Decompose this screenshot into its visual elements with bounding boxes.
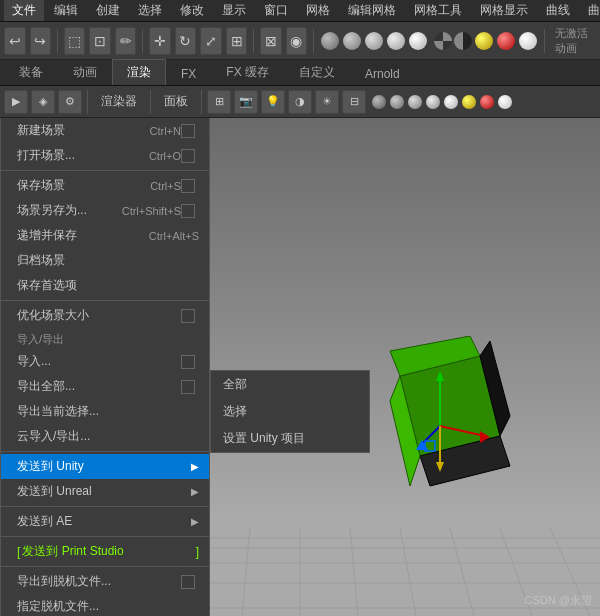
yellow-circle — [475, 32, 493, 50]
menu-surface[interactable]: 曲面 — [580, 0, 600, 21]
sphere-row — [320, 32, 428, 50]
unity-settings[interactable]: 设置 Unity 项目 — [211, 425, 369, 452]
tab-arnold[interactable]: Arnold — [350, 62, 415, 85]
tab-custom[interactable]: 自定义 — [284, 59, 350, 85]
menu-assign-offline[interactable]: 指定脱机文件... — [1, 594, 209, 616]
menu-select[interactable]: 选择 — [130, 0, 170, 21]
menu-send-to-ae[interactable]: 发送到 AE ▶ — [1, 509, 209, 534]
menu-save-as[interactable]: 场景另存为... Ctrl+Shift+S — [1, 198, 209, 223]
scale-tool[interactable]: ⤢ — [200, 27, 222, 55]
tab-fx-cache[interactable]: FX 缓存 — [211, 59, 284, 85]
unity-submenu[interactable]: 全部 选择 设置 Unity 项目 — [210, 370, 370, 453]
menu-edit-mesh[interactable]: 编辑网格 — [340, 0, 404, 21]
menu-export-offline[interactable]: 导出到脱机文件... — [1, 569, 209, 594]
toolbar-separator-3 — [253, 29, 254, 53]
ipr-icon[interactable]: ◈ — [31, 90, 55, 114]
sc2 — [390, 95, 404, 109]
optimize-check — [181, 309, 195, 323]
menu-increment-save[interactable]: 递增并保存 Ctrl+Alt+S — [1, 223, 209, 248]
panel-icon[interactable]: ⊟ — [342, 90, 366, 114]
menu-export-selection[interactable]: 导出当前选择... — [1, 399, 209, 424]
sc4 — [426, 95, 440, 109]
tab-render[interactable]: 渲染 — [112, 59, 166, 85]
toolbar-separator-1 — [57, 29, 58, 53]
menu-export-all[interactable]: 导出全部... — [1, 374, 209, 399]
3d-object-svg — [340, 336, 540, 536]
export-all-check — [181, 380, 195, 394]
menu-send-to-unreal[interactable]: 发送到 Unreal ▶ — [1, 479, 209, 504]
sc8 — [498, 95, 512, 109]
snap-tool[interactable]: ⊠ — [260, 27, 282, 55]
lasso-tool[interactable]: ⊡ — [89, 27, 111, 55]
menu-send-to-print-studio[interactable]: [ 发送到 Print Studio ] — [1, 539, 209, 564]
small-circles — [371, 95, 513, 109]
tab-animation[interactable]: 动画 — [58, 59, 112, 85]
sc7 — [480, 95, 494, 109]
sc6 — [462, 95, 476, 109]
paint-select[interactable]: ✏ — [115, 27, 137, 55]
shading-icon[interactable]: ◑ — [288, 90, 312, 114]
sphere-1 — [321, 32, 339, 50]
unity-all[interactable]: 全部 — [211, 371, 369, 398]
menu-create[interactable]: 创建 — [88, 0, 128, 21]
toolbar-separator-5 — [544, 29, 545, 53]
menu-edit[interactable]: 编辑 — [46, 0, 86, 21]
render-settings-icon[interactable]: ⚙ — [58, 90, 82, 114]
menu-cloud-import-export[interactable]: 云导入/导出... — [1, 424, 209, 449]
menu-archive-scene[interactable]: 归档场景 — [1, 248, 209, 273]
rotate-tool[interactable]: ↻ — [175, 27, 197, 55]
export-offline-check — [181, 575, 195, 589]
tab-fx[interactable]: FX — [166, 62, 211, 85]
toolbar-separator-4 — [313, 29, 314, 53]
menu-file[interactable]: 文件 — [4, 0, 44, 21]
sep1 — [1, 170, 209, 171]
half-circle — [454, 32, 472, 50]
move-tool[interactable]: ✛ — [149, 27, 171, 55]
new-scene-check — [181, 124, 195, 138]
transform-tool[interactable]: ⊞ — [226, 27, 248, 55]
menu-save-prefs[interactable]: 保存首选项 — [1, 273, 209, 298]
menu-save-scene[interactable]: 保存场景 Ctrl+S — [1, 173, 209, 198]
sc5 — [444, 95, 458, 109]
display-icon[interactable]: ☀ — [315, 90, 339, 114]
menu-display[interactable]: 显示 — [214, 0, 254, 21]
light-icon[interactable]: 💡 — [261, 90, 285, 114]
menu-new-scene[interactable]: 新建场景 Ctrl+N — [1, 118, 209, 143]
sep4 — [1, 506, 209, 507]
unity-selection[interactable]: 选择 — [211, 398, 369, 425]
save-scene-check — [181, 179, 195, 193]
tb2-sep1 — [87, 90, 88, 114]
camera-icon[interactable]: 📷 — [234, 90, 258, 114]
menu-window[interactable]: 窗口 — [256, 0, 296, 21]
sep3 — [1, 451, 209, 452]
render-toolbar: ▶ ◈ ⚙ 渲染器 面板 ⊞ 📷 💡 ◑ ☀ ⊟ — [0, 86, 600, 118]
menu-mesh-display[interactable]: 网格显示 — [472, 0, 536, 21]
menu-open-scene[interactable]: 打开场景... Ctrl+O — [1, 143, 209, 168]
menu-modify[interactable]: 修改 — [172, 0, 212, 21]
checkered-circle — [434, 32, 452, 50]
menu-optimize-scene[interactable]: 优化场景大小 — [1, 303, 209, 328]
soft-select[interactable]: ◉ — [286, 27, 308, 55]
menu-mesh[interactable]: 网格 — [298, 0, 338, 21]
undo-button[interactable]: ↩ — [4, 27, 26, 55]
red-circle — [497, 32, 515, 50]
tb2-sep2 — [150, 90, 151, 114]
white-circle — [519, 32, 537, 50]
svg-line-10 — [450, 528, 480, 616]
select-tool[interactable]: ⬚ — [64, 27, 86, 55]
sphere-2 — [343, 32, 361, 50]
tab-equipment[interactable]: 装备 — [4, 59, 58, 85]
main-content: CSDN @永望 新建场景 Ctrl+N 打开场景... Ctrl+O 保存场景… — [0, 118, 600, 616]
menu-import[interactable]: 导入... — [1, 349, 209, 374]
render-icon[interactable]: ▶ — [4, 90, 28, 114]
file-menu-dropdown[interactable]: 新建场景 Ctrl+N 打开场景... Ctrl+O 保存场景 Ctrl+S 场… — [0, 118, 210, 616]
circle-group — [434, 32, 538, 50]
menu-curves[interactable]: 曲线 — [538, 0, 578, 21]
grid-icon[interactable]: ⊞ — [207, 90, 231, 114]
import-export-header: 导入/导出 — [1, 328, 209, 349]
menu-mesh-tools[interactable]: 网格工具 — [406, 0, 470, 21]
sphere-4 — [387, 32, 405, 50]
redo-button[interactable]: ↪ — [30, 27, 52, 55]
sep6 — [1, 566, 209, 567]
menu-send-to-unity[interactable]: 发送到 Unity ▶ — [1, 454, 209, 479]
